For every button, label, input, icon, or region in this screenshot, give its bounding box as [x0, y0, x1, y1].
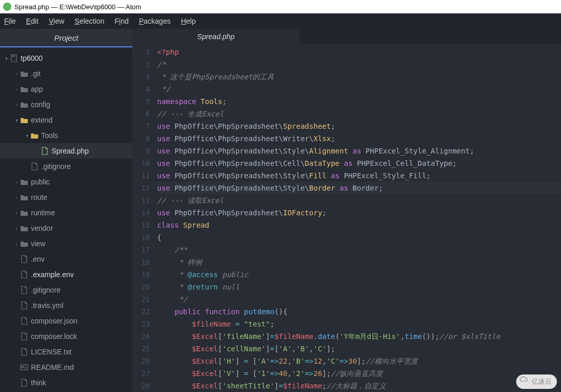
menu-bar: File Edit View Selection Find Packages H… — [0, 13, 561, 29]
file-tree: ▾tp6000›.git›app›config▾extend▾ToolsSpre… — [0, 47, 132, 392]
watermark: 亿速云 — [516, 374, 557, 389]
editor-pane: Spread.php 12345678910111213141516171819… — [132, 29, 561, 392]
tree-item-think[interactable]: think — [0, 375, 132, 390]
tree-item-tools[interactable]: ▾Tools — [0, 128, 132, 143]
sidebar: Project ▾tp6000›.git›app›config▾extend▾T… — [0, 29, 132, 392]
tree-item--example-env[interactable]: .example.env — [0, 267, 132, 282]
menu-packages[interactable]: Packages — [139, 17, 171, 25]
tree-item-spread-php[interactable]: Spread.php — [0, 143, 132, 159]
line-gutter: 1234567891011121314151617181920212223242… — [132, 44, 157, 392]
sidebar-tab-project[interactable]: Project — [0, 29, 132, 47]
tab-bar: Spread.php — [132, 29, 561, 44]
menu-edit[interactable]: Edit — [26, 17, 39, 25]
window-title: Spread.php — E:\WebDev\tp6000 — Atom — [14, 3, 141, 11]
code-editor[interactable]: 1234567891011121314151617181920212223242… — [132, 44, 561, 392]
tree-item-public[interactable]: ›public — [0, 174, 132, 190]
tree-item-composer-lock[interactable]: composer.lock — [0, 329, 132, 344]
tree-item-app[interactable]: ›app — [0, 81, 132, 97]
tab-spread-php[interactable]: Spread.php — [132, 29, 299, 44]
tree-item-route[interactable]: ›route — [0, 190, 132, 205]
tree-item--travis-yml[interactable]: .travis.yml — [0, 298, 132, 313]
tree-item-vendor[interactable]: ›vendor — [0, 220, 132, 236]
atom-icon — [3, 3, 11, 11]
tree-item-view[interactable]: ›view — [0, 236, 132, 251]
code-content[interactable]: <?php/* * 这个是PhpSpreadsheet的工具 */namespa… — [157, 44, 561, 392]
menu-view[interactable]: View — [49, 17, 64, 25]
tree-item--gitignore[interactable]: .gitignore — [0, 282, 132, 298]
menu-selection[interactable]: Selection — [75, 17, 105, 25]
tree-item-license-txt[interactable]: LICENSE.txt — [0, 344, 132, 360]
tree-item--gitignore[interactable]: .gitignore — [0, 159, 132, 174]
tree-item-extend[interactable]: ▾extend — [0, 112, 132, 128]
tree-item-readme-md[interactable]: README.md — [0, 360, 132, 375]
tree-root[interactable]: ▾tp6000 — [0, 50, 132, 66]
tree-item-config[interactable]: ›config — [0, 97, 132, 112]
menu-help[interactable]: Help — [181, 17, 196, 25]
tree-item--env[interactable]: .env — [0, 251, 132, 267]
tree-item-composer-json[interactable]: composer.json — [0, 313, 132, 329]
menu-find[interactable]: Find — [114, 17, 128, 25]
title-bar: Spread.php — E:\WebDev\tp6000 — Atom — [0, 0, 561, 13]
tree-item-runtime[interactable]: ›runtime — [0, 205, 132, 220]
tree-item--git[interactable]: ›.git — [0, 66, 132, 81]
menu-file[interactable]: File — [4, 17, 16, 25]
